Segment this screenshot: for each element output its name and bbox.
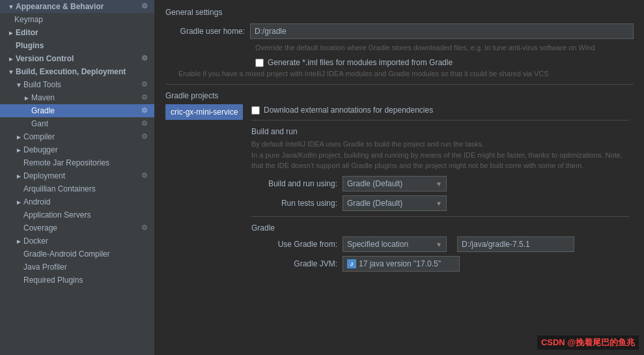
sidebar-item-debugger[interactable]: ► Debugger [0,143,154,156]
sidebar-item-app-servers[interactable]: Application Servers [0,208,154,221]
settings-sidebar: ▼ Appearance & Behavior ⚙ Keymap ► Edito… [0,0,155,355]
sidebar-item-remote-jar[interactable]: Remote Jar Repositories [0,156,154,169]
download-annotations-label: Download external annotations for depend… [264,106,433,115]
collapse-arrow-build-tools: ▼ [16,81,23,89]
gradle-path-input[interactable] [457,236,574,252]
generate-iml-hint: Enable if you have a mixed project with … [178,70,634,78]
download-annotations-row: Download external annotations for depend… [251,106,629,115]
collapse-arrow-compiler: ► [16,134,23,141]
watermark: CSDN @挽着尾巴的鱼兆 [537,335,639,350]
collapse-arrow-deployment: ► [16,173,23,180]
divider2 [251,120,629,121]
dropdown-arrow: ▼ [436,180,442,188]
sidebar-item-required-plugins[interactable]: Required Plugins [0,274,154,287]
run-tests-using-row: Run tests using: Gradle (Default) ▼ [251,195,629,211]
sidebar-item-deployment[interactable]: ► Deployment ⚙ [0,169,154,182]
sidebar-item-plugins[interactable]: Plugins [0,39,154,52]
sidebar-item-docker[interactable]: ► Docker [0,234,154,248]
sidebar-item-gant[interactable]: Gant ⚙ [0,117,154,130]
build-and-run-title: Build and run [251,127,629,136]
generate-iml-label: Generate *.iml files for modules importe… [268,58,453,67]
gradle-user-home-input[interactable] [250,23,634,39]
sidebar-item-coverage[interactable]: Coverage ⚙ [0,221,154,234]
run-tests-using-label: Run tests using: [251,199,343,208]
settings-icon-gant: ⚙ [141,119,150,128]
sidebar-item-appearance-behavior[interactable]: ▼ Appearance & Behavior ⚙ [0,0,154,13]
collapse-arrow-vc: ► [8,55,16,63]
dropdown-arrow3: ▼ [436,241,442,248]
settings-icon-build-tools: ⚙ [141,80,150,89]
collapse-arrow-maven: ► [23,94,31,102]
sidebar-item-version-control[interactable]: ► Version Control ⚙ [0,52,154,65]
projects-area: cric-gx-mini-service Download external a… [165,104,634,276]
sidebar-item-gradle[interactable]: Gradle ⚙ [0,104,154,117]
use-gradle-from-dropdown[interactable]: Specified location ▼ [343,236,447,252]
use-gradle-from-label: Use Gradle from: [251,240,343,249]
collapse-arrow-android: ► [16,199,23,206]
build-run-hint2: In a pure Java/Kotlin project, building … [251,150,629,171]
collapse-arrow-debugger: ► [16,147,23,154]
build-run-using-value: Gradle (Default) [347,179,402,188]
use-gradle-from-value: Specified location [347,240,408,249]
collapse-arrow-docker: ► [16,238,23,245]
divider3 [251,216,629,217]
gradle-jvm-label: Gradle JVM: [251,259,343,268]
settings-icon-vc: ⚙ [141,54,150,63]
gradle-user-home-row: Gradle user home: [165,23,634,39]
download-annotations-checkbox[interactable] [251,106,260,115]
gradle-jvm-row: Gradle JVM: J 17 java version "17.0.5" [251,256,629,272]
projects-list-container: cric-gx-mini-service [165,104,244,120]
sidebar-item-compiler[interactable]: ► Compiler ⚙ [0,130,154,143]
gradle-user-home-hint: Override the default location where Grad… [255,43,634,53]
run-tests-using-value: Gradle (Default) [347,199,402,208]
settings-icon-gradle: ⚙ [141,106,150,115]
collapse-arrow: ▼ [8,3,16,10]
gradle-projects-title: Gradle projects [165,91,634,100]
sidebar-item-gradle-android[interactable]: Gradle-Android Compiler [0,248,154,261]
sidebar-item-java-profiler[interactable]: Java Profiler [0,261,154,274]
sidebar-item-editor[interactable]: ► Editor [0,26,154,39]
sidebar-item-build-execution[interactable]: ▼ Build, Execution, Deployment [0,65,154,78]
settings-icon-deployment: ⚙ [141,171,150,180]
sidebar-item-keymap[interactable]: Keymap [0,13,154,26]
dropdown-arrow2: ▼ [436,200,442,207]
sidebar-item-arquillian[interactable]: Arquillian Containers [0,182,154,195]
collapse-arrow-build: ▼ [8,68,16,76]
gradle-section-title: Gradle [251,223,629,233]
gradle-from-inputs: Specified location ▼ [343,236,574,252]
sidebar-item-build-tools[interactable]: ▼ Build Tools ⚙ [0,78,154,91]
gradle-user-home-label: Gradle user home: [165,27,250,36]
annotations-section: Download external annotations for depend… [251,104,629,276]
main-content: General settings Gradle user home: Overr… [155,0,644,355]
gradle-jvm-text: 17 java version "17.0.5" [359,259,441,268]
settings-icon-compiler: ⚙ [141,132,150,141]
sidebar-item-maven[interactable]: ► Maven ⚙ [0,91,154,104]
build-run-using-row: Build and run using: Gradle (Default) ▼ [251,176,629,192]
build-run-hint1: By default IntelliJ IDEA uses Gradle to … [251,140,629,148]
build-run-using-label: Build and run using: [251,179,343,188]
build-run-using-dropdown[interactable]: Gradle (Default) ▼ [343,176,447,192]
general-settings-title: General settings [165,8,634,17]
collapse-arrow-editor: ► [8,29,16,36]
sidebar-item-android[interactable]: ► Android [0,195,154,208]
run-tests-using-dropdown[interactable]: Gradle (Default) ▼ [343,195,447,211]
settings-icon-maven: ⚙ [141,93,150,102]
settings-icon: ⚙ [141,2,150,11]
gradle-jvm-value-display[interactable]: J 17 java version "17.0.5" [343,256,460,272]
project-item[interactable]: cric-gx-mini-service [165,104,243,120]
generate-iml-checkbox[interactable] [255,59,264,67]
java-icon: J [347,259,356,268]
generate-iml-row: Generate *.iml files for modules importe… [165,58,634,67]
use-gradle-from-row: Use Gradle from: Specified location ▼ [251,236,629,252]
divider1 [165,84,634,85]
settings-icon-coverage: ⚙ [141,223,150,233]
